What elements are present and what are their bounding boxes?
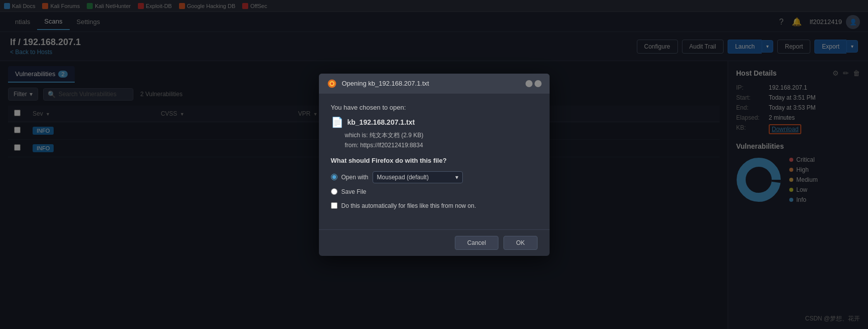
- firefox-icon: [327, 79, 337, 89]
- auto-label: Do this automatically for files like thi…: [341, 202, 476, 209]
- file-name: kb_192.168.207.1.txt: [348, 118, 415, 126]
- dialog-footer: Cancel OK: [319, 229, 550, 256]
- ok-button[interactable]: OK: [503, 236, 537, 250]
- auto-option[interactable]: Do this automatically for files like thi…: [331, 202, 538, 209]
- app-select-arrow: ▾: [455, 174, 458, 181]
- app-name: Mousepad (default): [377, 174, 429, 181]
- dialog-body: You have chosen to open: 📄 kb_192.168.20…: [319, 94, 550, 229]
- save-file-label: Save File: [341, 188, 367, 195]
- dialog-intro: You have chosen to open:: [331, 104, 538, 111]
- app-select[interactable]: Mousepad (default) ▾: [373, 171, 463, 183]
- dialog-header: Opening kb_192.168.207.1.txt: [319, 74, 550, 94]
- file-row: 📄 kb_192.168.207.1.txt: [331, 116, 538, 128]
- file-meta: which is: 纯文本文档 (2.9 KB): [345, 131, 538, 140]
- minimize-button[interactable]: [526, 80, 533, 87]
- open-with-radio[interactable]: [331, 174, 337, 180]
- save-file-option[interactable]: Save File: [331, 188, 538, 195]
- save-file-radio[interactable]: [331, 188, 337, 195]
- dialog-overlay: Opening kb_192.168.207.1.txt You have ch…: [0, 0, 868, 329]
- close-button[interactable]: [535, 80, 542, 87]
- file-open-dialog: Opening kb_192.168.207.1.txt You have ch…: [319, 74, 550, 256]
- file-icon: 📄: [331, 116, 343, 128]
- cancel-button[interactable]: Cancel: [455, 236, 498, 250]
- svg-point-4: [330, 82, 333, 85]
- dialog-window-controls: [526, 80, 542, 87]
- dialog-title: Opening kb_192.168.207.1.txt: [342, 80, 429, 87]
- auto-checkbox[interactable]: [331, 202, 337, 209]
- open-with-label: Open with: [341, 174, 369, 181]
- radio-group: Open with Mousepad (default) ▾ Save File: [331, 171, 538, 195]
- dialog-title-area: Opening kb_192.168.207.1.txt: [327, 79, 429, 89]
- open-with-option[interactable]: Open with Mousepad (default) ▾: [331, 171, 538, 183]
- action-question: What should Firefox do with this file?: [331, 157, 538, 164]
- file-from: from: https://lf20212419:8834: [345, 142, 538, 149]
